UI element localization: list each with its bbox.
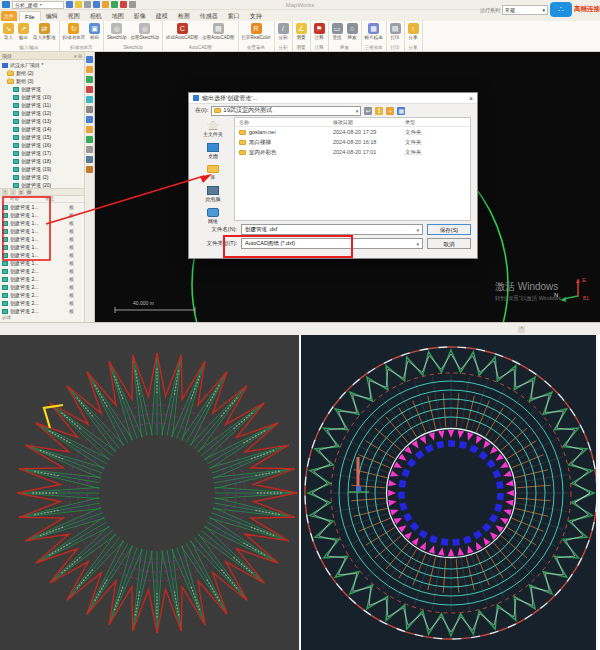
tool-strip-icon[interactable]: [86, 126, 93, 133]
qa-icon[interactable]: [66, 1, 73, 8]
ribbon-button[interactable]: ▭查找: [331, 22, 344, 41]
ribbon-button[interactable]: ↘导入: [2, 22, 15, 41]
list-item[interactable]: 创建管道 2...板: [0, 307, 84, 315]
tab-10[interactable]: 支持: [245, 11, 267, 21]
file-row[interactable]: 黑白楼梯2024-08-20 16:18文件夹: [235, 137, 470, 147]
list-toolbar-icon[interactable]: ⚙: [26, 189, 32, 195]
tree-item[interactable]: 创建管道 (13): [0, 117, 84, 125]
list-item[interactable]: 创建管道 2...板: [0, 283, 84, 291]
tab-6[interactable]: 建模: [151, 11, 173, 21]
workspace-combo[interactable]: 分析_建模 ▾: [12, 1, 64, 9]
list-toolbar-icon[interactable]: ↓: [10, 189, 16, 195]
file-row[interactable]: 室内外彩色2024-08-20 17:01文件夹: [235, 147, 470, 157]
ribbon-button[interactable]: /分割: [277, 22, 290, 41]
tree-root[interactable]: 武汉水厂项目 *: [0, 61, 84, 69]
list-item[interactable]: 创建管道 1...板: [0, 211, 84, 219]
tree-item[interactable]: 创建管道 (20): [0, 181, 84, 188]
ribbon-button[interactable]: ∠测量: [295, 22, 308, 41]
tab-4[interactable]: 地图: [107, 11, 129, 21]
place-home[interactable]: 主文件夹: [203, 121, 223, 137]
tab-7[interactable]: 检测: [173, 11, 195, 21]
tab-3[interactable]: 相机: [85, 11, 107, 21]
starburst-drawing-panel[interactable]: [0, 335, 299, 650]
qa-icon[interactable]: [75, 1, 82, 8]
tool-strip-icon[interactable]: [86, 156, 93, 163]
tree-item[interactable]: 创建管道 (18): [0, 157, 84, 165]
list-item[interactable]: 创建管道 2...板: [0, 299, 84, 307]
list-item[interactable]: 创建管道 1...板: [0, 227, 84, 235]
address-tool-icon[interactable]: ▦: [397, 107, 405, 115]
list-toolbar-icon[interactable]: ≡: [18, 189, 24, 195]
ribbon-button[interactable]: ◎按图SketchUp: [130, 22, 161, 41]
tool-strip-icon[interactable]: [86, 116, 93, 123]
tab-9[interactable]: 窗口: [223, 11, 245, 21]
tab-0[interactable]: File: [19, 11, 41, 21]
qa-icon[interactable]: [129, 1, 136, 8]
tree-item[interactable]: 创建管道 (17): [0, 149, 84, 157]
address-combo[interactable]: 19武汉室内外测试 ▾: [211, 106, 361, 116]
close-icon[interactable]: ×: [469, 95, 473, 102]
list-item[interactable]: 创建管道 2...板: [0, 291, 84, 299]
col-type[interactable]: 类型: [405, 119, 470, 125]
tool-strip-icon[interactable]: [86, 136, 93, 143]
ribbon-button[interactable]: R打开RealColor: [241, 22, 272, 41]
tab-2[interactable]: 视图: [63, 11, 85, 21]
tree-item[interactable]: 创建管道 (11): [0, 101, 84, 109]
ribbon-button[interactable]: ↗输出: [17, 22, 30, 41]
series-select[interactable]: 常规 ▾: [502, 5, 548, 15]
qa-icon[interactable]: [84, 1, 91, 8]
mandala-drawing-panel[interactable]: [301, 335, 598, 650]
file-row[interactable]: goslam.nei2024-08-20 17:29文件夹: [235, 127, 470, 137]
col-name[interactable]: 名称: [239, 119, 333, 125]
qa-icon[interactable]: [111, 1, 118, 8]
tool-strip-icon[interactable]: [86, 66, 93, 73]
tree-group[interactable]: 新组 (2): [0, 69, 84, 77]
list-item[interactable]: 创建管道 1...板: [0, 235, 84, 243]
list-item[interactable]: 创建管道 1...板: [0, 219, 84, 227]
list-item[interactable]: 创建管道 1...板: [0, 243, 84, 251]
tree-item[interactable]: 创建管道 (14): [0, 125, 84, 133]
filetype-select[interactable]: AutoCAD图纸 (*.dxf) ▾: [241, 238, 423, 249]
tool-strip-icon[interactable]: [86, 166, 93, 173]
tool-strip-icon[interactable]: [86, 86, 93, 93]
tree-item[interactable]: 创建管道 (12): [0, 109, 84, 117]
list-item[interactable]: 创建管道 1...板: [0, 251, 84, 259]
filename-input[interactable]: 创建管道 .dxf ▾: [241, 224, 423, 235]
tool-strip-icon[interactable]: [86, 76, 93, 83]
list-item[interactable]: 创建管道 2...板: [0, 275, 84, 283]
tool-strip-icon[interactable]: [86, 106, 93, 113]
cancel-button[interactable]: 取消: [427, 238, 471, 249]
address-tool-icon[interactable]: ↥: [375, 107, 383, 115]
qa-icon[interactable]: [120, 1, 127, 8]
tree-item[interactable]: 创建管道 (15): [0, 133, 84, 141]
qa-icon[interactable]: [93, 1, 100, 8]
ribbon-button[interactable]: ▤打印: [389, 22, 402, 41]
ribbon-button[interactable]: ↻扫描浏览器: [62, 22, 87, 41]
ribbon-button[interactable]: ⇄导入并配准: [32, 22, 57, 41]
ribbon-button[interactable]: ⚑注释: [313, 22, 326, 41]
address-tool-icon[interactable]: ＋: [386, 107, 394, 115]
tree-item[interactable]: 创建管道 (16): [0, 141, 84, 149]
ribbon-button[interactable]: ↑分享: [407, 22, 420, 41]
col-date[interactable]: 修改日期: [333, 119, 405, 125]
list-item[interactable]: 创建管道 2...板: [0, 267, 84, 275]
address-tool-icon[interactable]: ↩: [364, 107, 372, 115]
ribbon-button[interactable]: ▣相机: [88, 22, 101, 41]
sidebar-header-icons[interactable]: ▾ ⊟: [74, 53, 82, 59]
statusbar-expand-icon[interactable]: ⌃: [518, 326, 525, 333]
file-menu-button[interactable]: 文件: [1, 11, 17, 21]
ribbon-button[interactable]: ▤按图AutoCAD图: [201, 22, 235, 41]
list-toolbar-icon[interactable]: ↑: [2, 189, 8, 195]
tree-item[interactable]: 创建管道 (2): [0, 173, 84, 181]
place-net[interactable]: 网络: [207, 208, 219, 224]
tab-5[interactable]: 影像: [129, 11, 151, 21]
tab-1[interactable]: 编辑: [41, 11, 63, 21]
ribbon-button[interactable]: C捕捉AutoCAD图: [165, 22, 199, 41]
qa-icon[interactable]: [102, 1, 109, 8]
save-button[interactable]: 保存(S): [427, 224, 471, 235]
tree-item[interactable]: 创建管道 (10): [0, 93, 84, 101]
ribbon-button[interactable]: ○搜索: [346, 22, 359, 41]
ribbon-button[interactable]: ▦帧片精选: [364, 22, 384, 41]
ribbon-button[interactable]: ◎SketchUp: [106, 22, 128, 41]
tree-group[interactable]: 新组 (3): [0, 77, 84, 85]
